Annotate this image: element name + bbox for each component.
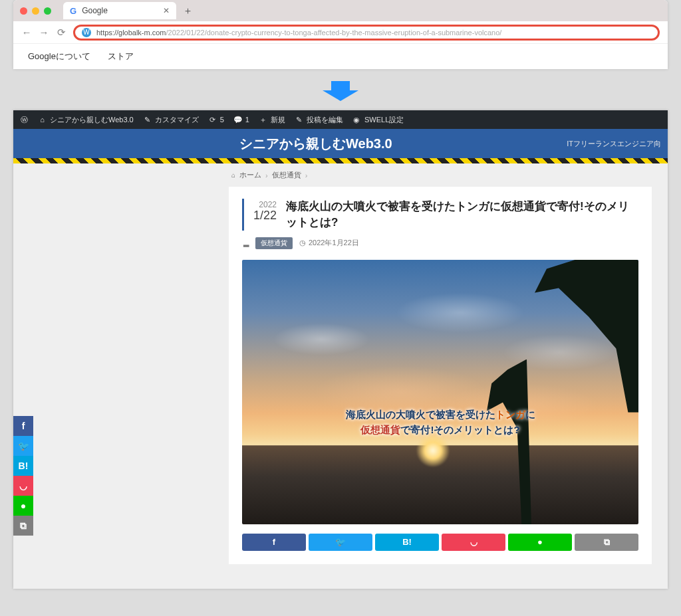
date-label: ◷2022年1月22日 — [299, 238, 359, 248]
adminbar-new[interactable]: ＋新規 — [259, 115, 285, 125]
floating-share: f 🐦 B! ◡ ● ⧉ — [13, 416, 33, 536]
crumb-category[interactable]: 仮想通貨 — [272, 170, 301, 180]
category-badge[interactable]: 仮想通貨 — [255, 237, 293, 249]
wordpress-favicon-icon: W — [82, 28, 91, 37]
post-monthday: 1/22 — [253, 209, 277, 223]
browser-window: G Google ✕ ＋ ← → ⟳ W https://globalk-m.c… — [13, 0, 668, 69]
home-icon[interactable]: ⌂ — [231, 171, 235, 179]
site-window: ⓦ ⌂シニアから親しむWeb3.0 ✎カスタマイズ ⟳5 💬1 ＋新規 ✎投稿を… — [13, 110, 668, 589]
close-tab-icon[interactable]: ✕ — [163, 6, 170, 15]
adminbar-comments[interactable]: 💬1 — [233, 116, 249, 124]
nav-about[interactable]: Googleについて — [28, 51, 90, 62]
share-pocket[interactable]: ◡ — [13, 476, 33, 496]
share-bar: f 🐦 B! ◡ ● ⧉ — [242, 534, 638, 551]
site-header: シニアから親しむWeb3.0 ITフリーランスエンジニア向 — [13, 129, 668, 158]
article-title: 海底火山の大噴火で被害を受けたトンガに仮想通貨で寄付!そのメリットとは? — [286, 199, 638, 231]
article: 2022 1/22 海底火山の大噴火で被害を受けたトンガに仮想通貨で寄付!そのメ… — [229, 187, 652, 564]
share-pocket[interactable]: ◡ — [442, 534, 505, 551]
left-column — [13, 163, 229, 589]
share-copy[interactable]: ⧉ — [575, 534, 638, 551]
google-favicon-icon: G — [70, 6, 76, 16]
address-bar[interactable]: W https://globalk-m.com/2022/01/22/donat… — [73, 25, 660, 41]
tab-title: Google — [82, 6, 108, 15]
article-meta: ▂ 仮想通貨 ◷2022年1月22日 — [243, 237, 638, 249]
date-box: 2022 1/22 — [253, 199, 277, 231]
close-window-icon[interactable] — [20, 7, 27, 15]
wp-logo-icon[interactable]: ⓦ — [20, 115, 29, 125]
site-title[interactable]: シニアから親しむWeb3.0 — [239, 135, 392, 153]
window-controls[interactable] — [20, 7, 51, 15]
article-header: 2022 1/22 海底火山の大噴火で被害を受けたトンガに仮想通貨で寄付!そのメ… — [242, 199, 638, 231]
clock-icon: ◷ — [299, 239, 306, 247]
adminbar-edit[interactable]: ✎投稿を編集 — [295, 115, 343, 125]
crumb-sep: › — [305, 171, 308, 179]
back-button[interactable]: ← — [21, 27, 32, 38]
share-facebook[interactable]: f — [13, 416, 33, 436]
share-hatena[interactable]: B! — [375, 534, 439, 551]
share-twitter[interactable]: 🐦 — [309, 534, 372, 551]
hero-text: 海底火山の大噴火で被害を受けたトンガに 仮想通貨で寄付!そのメリットとは? — [346, 407, 535, 437]
adminbar-swell[interactable]: ◉SWELL設定 — [352, 115, 404, 125]
crumb-home[interactable]: ホーム — [239, 170, 261, 180]
main-column: ⌂ ホーム › 仮想通貨 › 2022 1/22 海底火山の大噴火で被害を受けた… — [229, 163, 668, 589]
hero-image: 海底火山の大噴火で被害を受けたトンガに 仮想通貨で寄付!そのメリットとは? — [242, 260, 638, 524]
forward-button[interactable]: → — [39, 27, 49, 38]
breadcrumb: ⌂ ホーム › 仮想通貨 › — [229, 163, 668, 187]
share-line[interactable]: ● — [508, 534, 572, 551]
page-body: f 🐦 B! ◡ ● ⧉ ⌂ ホーム › 仮想通貨 › 2022 1/22 — [13, 163, 668, 589]
hazard-strip — [13, 158, 668, 163]
site-tagline: ITフリーランスエンジニア向 — [567, 139, 661, 149]
reload-button[interactable]: ⟳ — [56, 27, 67, 39]
adminbar-customize[interactable]: ✎カスタマイズ — [143, 115, 199, 125]
minimize-window-icon[interactable] — [32, 7, 39, 15]
crumb-sep: › — [265, 171, 268, 179]
wp-admin-bar[interactable]: ⓦ ⌂シニアから親しむWeb3.0 ✎カスタマイズ ⟳5 💬1 ＋新規 ✎投稿を… — [13, 110, 668, 129]
nav-store[interactable]: ストア — [108, 51, 134, 62]
page-nav: Googleについて ストア — [13, 44, 668, 69]
adminbar-site[interactable]: ⌂シニアから親しむWeb3.0 — [38, 115, 134, 125]
adminbar-updates[interactable]: ⟳5 — [208, 116, 224, 124]
share-twitter[interactable]: 🐦 — [13, 436, 33, 456]
toolbar: ← → ⟳ W https://globalk-m.com/2022/01/22… — [13, 21, 668, 44]
folder-icon: ▂ — [243, 239, 249, 247]
browser-tab[interactable]: G Google ✕ — [63, 2, 176, 19]
maximize-window-icon[interactable] — [44, 7, 51, 15]
down-arrow-icon — [0, 81, 681, 101]
share-facebook[interactable]: f — [242, 534, 306, 551]
url-text: https://globalk-m.com/2022/01/22/donate-… — [96, 29, 501, 37]
new-tab-button[interactable]: ＋ — [183, 5, 193, 17]
tab-strip: G Google ✕ ＋ — [13, 0, 668, 21]
share-hatena[interactable]: B! — [13, 456, 33, 476]
share-line[interactable]: ● — [13, 496, 33, 516]
share-copy[interactable]: ⧉ — [13, 516, 33, 536]
